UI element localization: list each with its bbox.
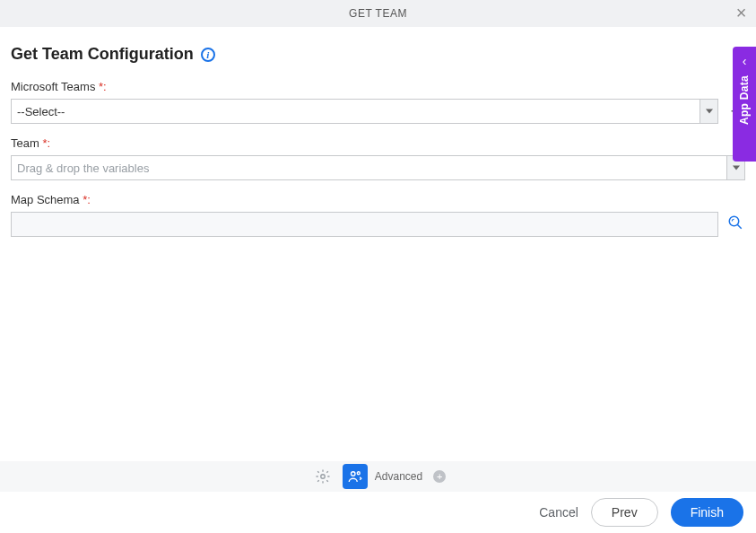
close-icon[interactable]: × (736, 4, 747, 22)
field-microsoft-teams: Microsoft Teams *: --Select-- + (11, 80, 745, 124)
svg-point-2 (321, 475, 326, 479)
info-icon[interactable]: i (201, 48, 215, 62)
app-data-label: App Data (738, 75, 751, 125)
advanced-label[interactable]: Advanced (375, 470, 422, 483)
svg-point-0 (729, 216, 739, 226)
map-schema-input[interactable] (11, 212, 718, 237)
people-icon[interactable] (343, 464, 368, 489)
app-data-panel-tab[interactable]: ‹ App Data (733, 47, 756, 162)
chevron-left-icon: ‹ (743, 54, 747, 68)
advanced-plus-icon[interactable]: + (433, 470, 446, 483)
microsoft-teams-value: --Select-- (17, 105, 712, 118)
svg-point-3 (351, 472, 355, 476)
page-title: Get Team Configuration i (11, 45, 215, 64)
label-microsoft-teams: Microsoft Teams *: (11, 80, 745, 93)
cancel-button[interactable]: Cancel (539, 505, 578, 520)
settings-icon[interactable] (310, 464, 335, 489)
field-team: Team *: Drag & drop the variables (11, 136, 745, 180)
schema-lookup-icon[interactable] (727, 214, 745, 234)
label-team: Team *: (11, 136, 745, 150)
prev-button[interactable]: Prev (591, 498, 658, 527)
field-map-schema: Map Schema *: (11, 193, 745, 237)
content-area: Get Team Configuration i Microsoft Teams… (0, 27, 756, 237)
page-title-text: Get Team Configuration (11, 45, 194, 64)
dropdown-caret-icon[interactable] (700, 100, 717, 123)
team-input[interactable]: Drag & drop the variables (11, 155, 745, 180)
finish-button[interactable]: Finish (671, 498, 743, 527)
footer-bar: Cancel Prev Finish (0, 492, 756, 533)
svg-point-4 (357, 472, 360, 475)
svg-line-1 (737, 224, 742, 229)
label-map-schema: Map Schema *: (11, 193, 745, 206)
microsoft-teams-select[interactable]: --Select-- (11, 99, 718, 124)
bottom-toolbar: Advanced + (0, 461, 756, 492)
team-placeholder: Drag & drop the variables (17, 162, 739, 175)
modal-header: GET TEAM × (0, 0, 756, 27)
modal-title: GET TEAM (349, 7, 407, 20)
